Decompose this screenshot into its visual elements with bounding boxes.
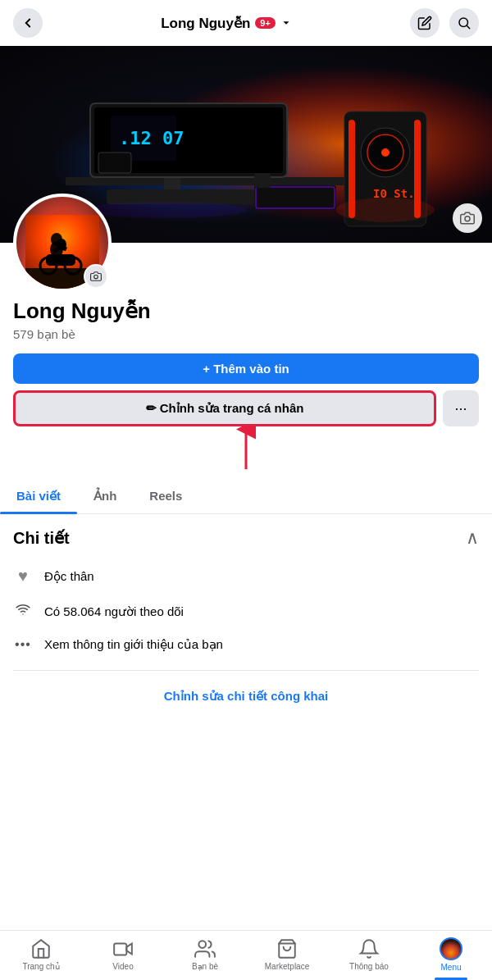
back-button[interactable] — [13, 8, 43, 38]
followers-text: Có 58.064 người theo dõi — [44, 604, 184, 619]
notification-badge: 9+ — [255, 17, 276, 29]
tab-anh[interactable]: Ảnh — [77, 479, 133, 513]
edit-profile-row: ✏ Chỉnh sửa trang cá nhân ··· — [13, 390, 479, 426]
profile-title-area: Long Nguyễn 9+ — [161, 15, 292, 32]
profile-tabs: Bài viết Ảnh Reels — [0, 479, 492, 514]
avatar-wrapper — [13, 194, 112, 292]
tab-bai-viet[interactable]: Bài viết — [0, 479, 77, 513]
more-options-button[interactable]: ··· — [443, 390, 479, 426]
svg-point-16 — [381, 148, 390, 157]
detail-relationship: ♥ Độc thân — [13, 558, 479, 594]
svg-point-33 — [57, 239, 66, 250]
divider — [13, 670, 479, 671]
svg-point-34 — [94, 275, 98, 279]
heart-icon: ♥ — [13, 567, 33, 586]
search-button[interactable] — [449, 8, 479, 38]
more-dots-icon: ··· — [454, 400, 467, 417]
svg-point-25 — [465, 217, 470, 221]
edit-public-details-button[interactable]: Chỉnh sửa chi tiết công khai — [13, 681, 479, 712]
svg-rect-22 — [254, 173, 271, 188]
detail-intro: ••• Xem thông tin giới thiệu của bạn — [13, 629, 479, 660]
svg-rect-20 — [256, 187, 335, 208]
svg-point-23 — [336, 198, 435, 222]
collapse-button[interactable]: ∧ — [466, 527, 479, 549]
svg-point-0 — [459, 18, 468, 27]
dropdown-chevron-icon — [280, 17, 292, 29]
cover-photo-camera-button[interactable] — [453, 203, 482, 233]
camera-icon-small — [90, 271, 102, 282]
tab-reels[interactable]: Reels — [133, 479, 198, 513]
dots-icon: ••• — [13, 637, 33, 652]
svg-rect-32 — [46, 254, 75, 266]
intro-text: Xem thông tin giới thiệu của bạn — [44, 637, 223, 652]
chi-tiet-title: Chi tiết — [13, 528, 70, 548]
relationship-text: Độc thân — [44, 569, 94, 584]
profile-friends-count: 579 bạn bè — [13, 327, 479, 342]
search-icon — [457, 16, 472, 30]
svg-rect-21 — [98, 153, 131, 173]
chi-tiet-section: Chi tiết ∧ ♥ Độc thân Có 58.064 người th… — [0, 514, 492, 712]
avatar-camera-button[interactable] — [84, 264, 108, 289]
add-story-row: + Thêm vào tin — [13, 353, 479, 384]
edit-icon-button[interactable] — [410, 8, 440, 38]
top-navigation: Long Nguyễn 9+ — [0, 0, 492, 46]
detail-followers: Có 58.064 người theo dõi — [13, 594, 479, 629]
edit-profile-button[interactable]: ✏ Chỉnh sửa trang cá nhân — [13, 390, 436, 426]
top-nav-actions — [410, 8, 479, 38]
profile-name: Long Nguyễn — [13, 299, 479, 324]
arrow-indicator — [13, 423, 479, 472]
profile-title-name: Long Nguyễn — [161, 15, 250, 32]
pencil-icon — [417, 16, 432, 30]
add-story-button[interactable]: + Thêm vào tin — [13, 353, 479, 384]
wifi-icon — [13, 602, 33, 621]
red-arrow-icon — [226, 423, 266, 472]
svg-text:.12 07: .12 07 — [119, 128, 184, 148]
camera-icon — [460, 211, 475, 226]
page-spacer — [0, 712, 492, 777]
profile-section: Long Nguyễn 579 bạn bè + Thêm vào tin ✏ … — [0, 243, 492, 472]
chi-tiet-header: Chi tiết ∧ — [13, 527, 479, 549]
